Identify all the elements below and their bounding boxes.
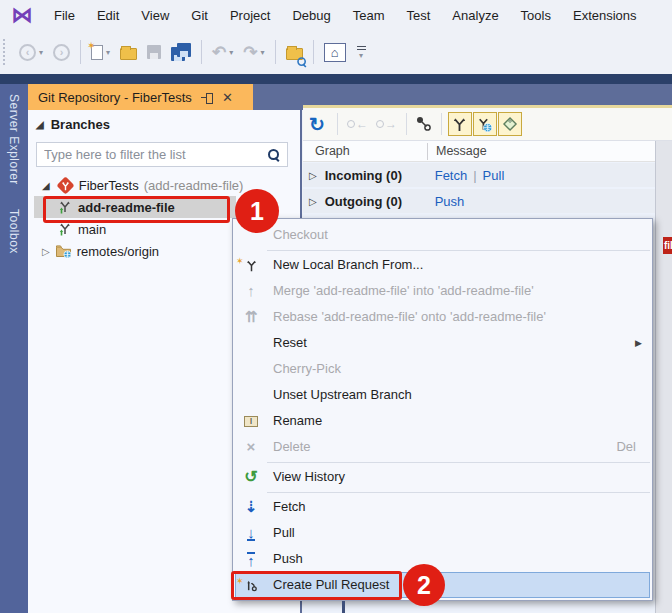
tool-window-header: [303, 84, 672, 105]
menu-debug[interactable]: Debug: [281, 4, 341, 27]
save-all-icon: [171, 43, 191, 61]
menu-bar: ⋈ File Edit View Git Project Debug Team …: [0, 0, 672, 30]
toolbar-overflow-button[interactable]: ▾: [357, 45, 366, 60]
outgoing-label: Outgoing (0): [325, 194, 421, 209]
column-divider[interactable]: [427, 143, 428, 160]
menu-item-unset-upstream[interactable]: Unset Upstream Branch: [233, 382, 652, 408]
visual-studio-window: ⋈ File Edit View Git Project Debug Team …: [0, 0, 672, 613]
commit-graph-line: [342, 601, 345, 613]
expander-icon[interactable]: ▷: [309, 196, 317, 207]
history-back-button[interactable]: ←: [347, 117, 368, 131]
undo-button[interactable]: ↶▾: [210, 38, 235, 66]
menu-separator: [267, 462, 650, 463]
menu-separator: [267, 492, 650, 493]
redo-button[interactable]: ↷▾: [241, 38, 266, 66]
menu-item-push[interactable]: ↑ Push: [233, 546, 652, 572]
menu-item-delete[interactable]: × Delete Del: [233, 434, 652, 460]
branch-filter-input[interactable]: [44, 147, 268, 162]
pull-link[interactable]: Pull: [483, 168, 505, 183]
save-button[interactable]: [145, 38, 163, 66]
menu-analyze[interactable]: Analyze: [441, 4, 509, 27]
branch-filter-box: [36, 142, 288, 167]
menu-edit[interactable]: Edit: [86, 4, 130, 27]
home-button[interactable]: ⌂: [322, 38, 348, 66]
menu-test[interactable]: Test: [396, 4, 442, 27]
annotation-box-step1: [43, 196, 230, 223]
delete-icon: ×: [239, 434, 263, 460]
local-branches-toggle[interactable]: [448, 112, 472, 136]
menu-project[interactable]: Project: [219, 4, 281, 27]
history-forward-button[interactable]: →: [376, 117, 397, 131]
tab-title: Git Repository - FiberTests: [38, 90, 192, 105]
menu-item-pull[interactable]: ↓ Pull: [233, 520, 652, 546]
find-in-files-button[interactable]: [284, 38, 305, 66]
history-icon: ↺: [239, 464, 263, 490]
nav-back-button[interactable]: ‹▾: [17, 38, 45, 66]
vertical-scrollbar[interactable]: [655, 141, 672, 613]
collapsed-arrow-icon[interactable]: ▷: [42, 246, 50, 257]
menu-item-merge[interactable]: ↑ Merge 'add-readme-file' into 'add-read…: [233, 278, 652, 304]
incoming-row[interactable]: ▷ Incoming (0) Fetch | Pull: [303, 163, 655, 187]
expander-icon[interactable]: ▷: [309, 170, 317, 181]
new-branch-icon: ✶: [239, 252, 263, 278]
menu-item-rename[interactable]: I Rename: [233, 408, 652, 434]
branches-header[interactable]: ◢ Branches: [36, 117, 110, 132]
sidebar-item-toolbox[interactable]: Toolbox: [7, 209, 21, 254]
menu-git[interactable]: Git: [180, 4, 219, 27]
sidebar-item-server-explorer[interactable]: Server Explorer: [7, 94, 21, 185]
annotation-box-step2: [231, 571, 402, 600]
menu-item-new-local-branch[interactable]: ✶ New Local Branch From...: [233, 252, 652, 278]
menu-item-rebase[interactable]: ⇈ Rebase 'add-readme-file' onto 'add-rea…: [233, 304, 652, 330]
new-project-icon: ✶: [91, 45, 103, 60]
repository-icon: [57, 179, 75, 192]
pull-icon: ↓: [239, 520, 263, 546]
save-all-button[interactable]: [169, 38, 193, 66]
shortcut-del: Del: [616, 434, 636, 460]
rename-icon: I: [239, 408, 263, 434]
tags-toggle[interactable]: [498, 112, 522, 136]
collapse-arrow-icon: ◢: [36, 119, 44, 130]
menu-separator: [267, 250, 650, 251]
outgoing-row[interactable]: ▷ Outgoing (0) Push: [303, 189, 655, 213]
menu-extensions[interactable]: Extensions: [562, 4, 648, 27]
commit-graph-icon[interactable]: [412, 112, 436, 136]
rebase-icon: ⇈: [239, 304, 263, 330]
search-icon[interactable]: [268, 149, 280, 161]
branch-label-badge: fil: [663, 237, 672, 254]
menu-item-reset[interactable]: Reset ▶: [233, 330, 652, 356]
visual-studio-logo-icon: ⋈: [9, 4, 35, 26]
toolbar-grip[interactable]: [3, 39, 8, 65]
window-band: [0, 74, 672, 84]
branch-icon: [56, 221, 74, 237]
nav-forward-icon: ›: [53, 44, 70, 61]
fetch-link[interactable]: Fetch: [435, 168, 468, 183]
column-message[interactable]: Message: [436, 144, 487, 158]
expand-arrow-icon[interactable]: ◢: [42, 180, 50, 191]
new-project-button[interactable]: ✶▾: [89, 38, 112, 66]
menu-item-view-history[interactable]: ↺ View History: [233, 464, 652, 490]
menu-item-checkout[interactable]: Checkout: [233, 222, 652, 248]
close-icon[interactable]: ✕: [222, 91, 233, 104]
save-icon: [147, 45, 161, 59]
open-folder-button[interactable]: [118, 38, 139, 66]
incoming-label: Incoming (0): [325, 168, 421, 183]
column-graph[interactable]: Graph: [315, 144, 350, 158]
menu-tools[interactable]: Tools: [510, 4, 562, 27]
tab-git-repository[interactable]: Git Repository - FiberTests ✕: [28, 84, 253, 110]
redo-icon: ↷: [243, 42, 257, 63]
push-link[interactable]: Push: [435, 194, 465, 209]
annotation-circle-step2: 2: [403, 564, 445, 606]
annotation-circle-step1: 1: [235, 189, 279, 233]
menu-item-cherry-pick[interactable]: Cherry-Pick: [233, 356, 652, 382]
remote-branches-toggle[interactable]: [473, 112, 497, 136]
home-box-icon: ⌂: [324, 43, 346, 62]
menu-file[interactable]: File: [43, 4, 86, 27]
standard-toolbar: ‹▾ › ✶▾ ↶▾ ↷▾ ⌂: [0, 30, 672, 74]
menu-view[interactable]: View: [130, 4, 180, 27]
history-toolbar: ↻ ← →: [303, 108, 672, 141]
pin-icon[interactable]: [201, 92, 214, 103]
nav-forward-button[interactable]: ›: [51, 38, 72, 66]
menu-item-fetch[interactable]: ⇣ Fetch: [233, 494, 652, 520]
refresh-icon[interactable]: ↻: [309, 113, 325, 136]
menu-team[interactable]: Team: [342, 4, 396, 27]
